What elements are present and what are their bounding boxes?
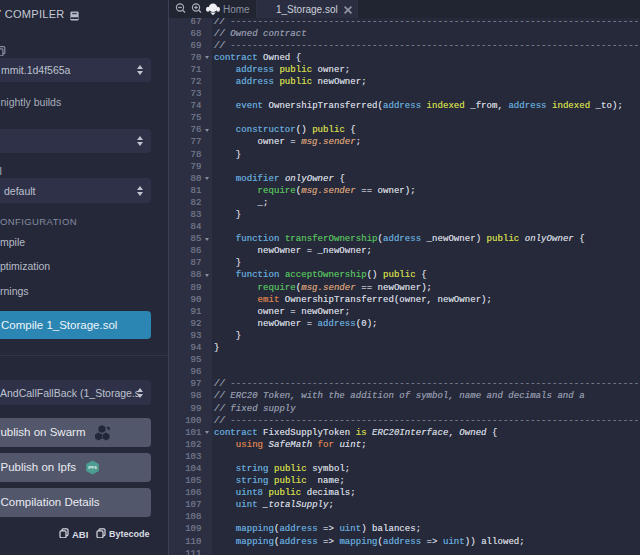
svg-text:IPFS: IPFS xyxy=(88,466,97,470)
